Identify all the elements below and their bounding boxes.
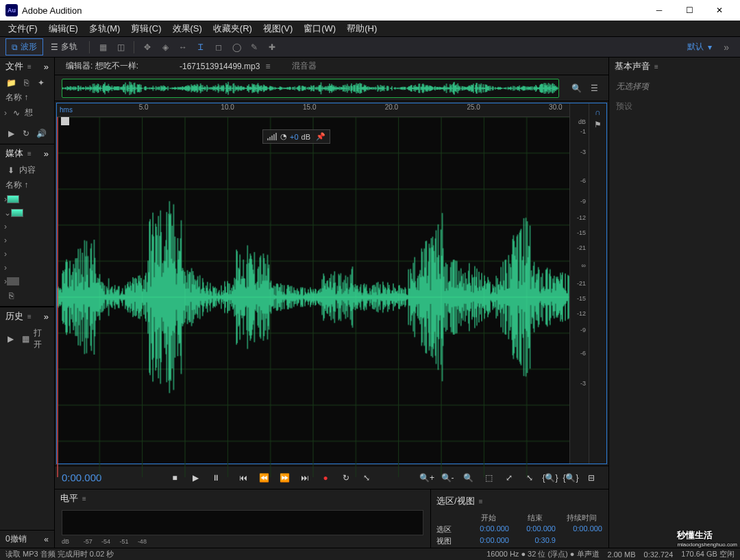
slip-tool-icon[interactable]: ↔ [175,40,190,55]
channel-toggle-icon[interactable] [61,117,69,125]
essential-sound-header[interactable]: 基本声音≡ [609,58,740,75]
ruler-tick: 30.0 [549,103,562,111]
play-icon[interactable]: ▶ [4,128,18,139]
razor-tool-icon[interactable]: ◈ [158,40,173,55]
status-message: 读取 MP3 音频 完成用时 0.02 秒 [5,549,114,559]
lasso-tool-icon[interactable]: ◯ [229,40,244,55]
media-item[interactable]: › [0,233,54,247]
pin-icon[interactable]: 📌 [316,132,325,141]
menu-window[interactable]: 窗口(W) [298,21,341,37]
clock-icon: ◔ [280,132,287,141]
workspace-selector[interactable]: 默认 ▾ [681,38,718,55]
loop-icon[interactable]: ↻ [19,128,33,139]
download-icon[interactable]: ⬇ [4,165,18,176]
sel-value[interactable] [561,536,602,546]
new-icon[interactable]: ✦ [34,77,48,88]
heal-tool-icon[interactable]: ✚ [264,40,280,55]
spectral-freq-icon[interactable]: ▦ [95,40,110,55]
import-icon[interactable]: ⎘ [19,77,33,88]
sel-header-end: 结束 [515,513,556,523]
autoplay-icon[interactable]: 🔊 [34,128,48,139]
menu-favorites[interactable]: 收藏夹(R) [208,21,258,37]
media-item[interactable]: ⌄ [0,206,54,220]
spectral-pitch-icon[interactable]: ◫ [113,40,128,55]
insert-icon[interactable]: ⎘ [4,290,18,301]
marker-icon[interactable]: ⚑ [594,120,602,129]
magnet-icon[interactable]: ∩ [595,107,601,117]
sel-value[interactable]: 0:00.000 [468,536,509,546]
editor-tab-active[interactable]: 编辑器: 想吃不一样: -1671513914499.mp3 ≡ [60,58,275,75]
ruler-tick: 15.0 [303,103,316,111]
ruler-tick: 10.0 [221,103,234,111]
sel-header-duration: 持续时间 [561,513,602,523]
levels-panel: 电平≡ dB -57 -54 -51 -48 [55,489,430,548]
window-titlebar: Au Adobe Audition ─ ☐ ✕ [0,0,740,21]
media-item[interactable]: › [0,247,54,261]
level-meter[interactable] [62,510,423,535]
multitrack-label: 多轨 [61,41,77,53]
media-thumb-icon [7,277,19,285]
selection-panel-title: 选区/视图 [436,495,475,507]
level-tick: -51 [119,538,128,545]
file-item[interactable]: › ∿ 想 [0,105,54,120]
time-ruler[interactable]: hms 5.0 10.0 15.0 20.0 25.0 30.0 [57,103,569,117]
files-panel-header[interactable]: 文件≡» [0,58,54,75]
watermark: 秒懂生活 miaodongshenghuo.com [677,529,737,548]
menu-view[interactable]: 视图(V) [258,21,298,37]
left-sidebar: 文件≡» 📁 ⎘ ✦ 名称 ↑ › ∿ 想 ▶ ↻ 🔊 媒体≡» ⬇内容 名称 … [0,58,55,548]
menu-edit[interactable]: 编辑(E) [43,21,84,37]
waveform-side-tools: ∩ ⚑ [589,103,606,463]
menu-multitrack[interactable]: 多轨(M) [84,21,126,37]
ruler-tick: 5.0 [139,103,149,111]
levels-panel-header[interactable]: 电平≡ [55,489,430,507]
zoom-reset-amp-button[interactable]: ⊟ [582,469,600,487]
media-item[interactable]: › [0,220,54,233]
time-selection-tool-icon[interactable]: Ꮖ [193,40,208,55]
tab-menu-icon[interactable]: ≡ [265,62,270,71]
sel-row-label: 选区 [436,524,463,535]
media-name-header[interactable]: 名称 ↑ [0,178,54,192]
sel-value[interactable]: 0:30.9 [515,536,556,546]
toolbar-overflow-icon[interactable]: » [718,42,735,53]
multitrack-view-button[interactable]: ☰多轨 [45,38,84,55]
zoom-nav-icon[interactable]: 🔍 [569,81,584,96]
sel-value[interactable]: 0:00.000 [515,524,556,535]
media-thumb-icon [7,195,19,203]
media-item[interactable]: › [0,275,54,288]
preset-row: 预设 [609,98,740,115]
sel-value[interactable]: 0:00.000 [561,524,602,535]
separator [134,41,134,53]
open-file-icon[interactable]: 📁 [4,77,18,88]
sel-value[interactable]: 0:00.000 [468,524,509,535]
mixer-tab[interactable]: 混音器 [286,58,322,75]
history-item[interactable]: ▶ ▦ 打开 [0,325,54,353]
media-panel-header[interactable]: 媒体≡» [0,144,54,162]
close-button[interactable]: ✕ [704,0,735,21]
level-tick: dB [62,538,69,545]
editor-tab-filename: -1671513914499.mp3 [180,62,260,71]
minimize-button[interactable]: ─ [644,0,674,21]
overview-waveform[interactable] [62,79,559,98]
files-name-header[interactable]: 名称 ↑ [0,90,54,105]
history-panel-header[interactable]: 历史≡» [0,307,54,325]
menu-help[interactable]: 帮助(H) [341,21,382,37]
brush-tool-icon[interactable]: ✎ [247,40,262,55]
move-tool-icon[interactable]: ✥ [140,40,155,55]
sel-header-start: 开始 [468,513,509,523]
status-sample-rate: 16000 Hz ● 32 位 (浮点) ● 单声道 [486,549,599,559]
media-item[interactable]: › [0,261,54,275]
menu-effects[interactable]: 效果(S) [167,21,208,37]
list-view-icon[interactable]: ☰ [587,81,602,96]
level-bars-icon [267,133,278,140]
media-item[interactable]: › [0,192,54,206]
menu-file[interactable]: 文件(F) [3,21,43,37]
volume-hud[interactable]: ◔ +0 dB 📌 [262,129,330,144]
marquee-tool-icon[interactable]: ◻ [211,40,226,55]
editor-area: 编辑器: 想吃不一样: -1671513914499.mp3 ≡ 混音器 🔍 ☰… [55,58,608,548]
waveform-display[interactable]: hms 5.0 10.0 15.0 20.0 25.0 30.0 ◔ +0 dB… [57,103,569,463]
waveform-view-button[interactable]: ⧉波形 [5,38,43,55]
ruler-unit-label: hms [60,106,73,114]
maximize-button[interactable]: ☐ [674,0,704,21]
menu-clip[interactable]: 剪辑(C) [125,21,166,37]
status-duration: 0:32.724 [644,550,674,559]
